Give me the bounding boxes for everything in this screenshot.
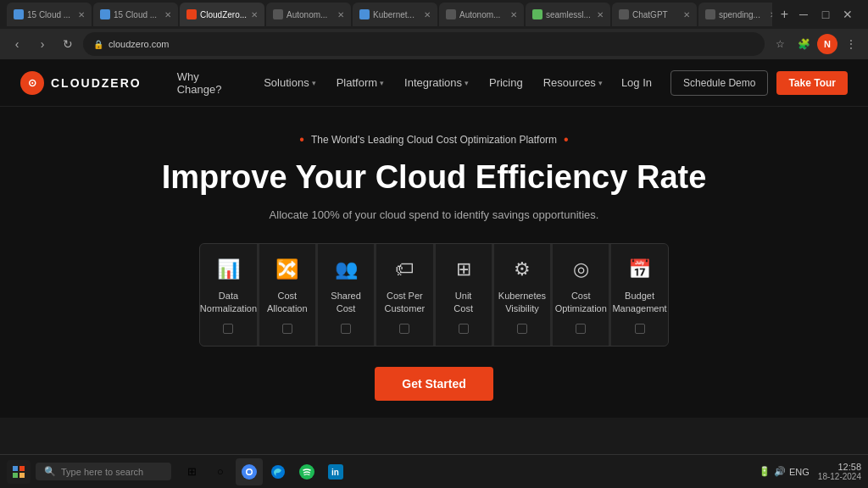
browser-controls: ‹ › ↻ 🔒 cloudzero.com ☆ 🧩 N ⋮ <box>0 29 868 59</box>
address-bar[interactable]: 🔒 cloudzero.com <box>83 32 765 56</box>
taskbar-search[interactable]: 🔍 Type here to search <box>36 463 171 480</box>
nav-resources[interactable]: Resources▾ <box>535 71 611 94</box>
nav-integrations[interactable]: Integrations▾ <box>396 71 477 94</box>
browser-chrome: 15 Cloud ... ✕ 15 Cloud ... ✕ CloudZero.… <box>0 0 868 59</box>
feature-item-k8s-visibility[interactable]: ⚙ KubernetesVisibility <box>494 244 551 347</box>
nav-why-change[interactable]: Why Change? <box>169 65 252 101</box>
tab-close-icon[interactable]: ✕ <box>597 10 604 19</box>
cortana-icon[interactable]: ○ <box>207 458 234 485</box>
feature-item-cost-alloc[interactable]: 🔀 CostAllocation <box>259 244 316 347</box>
reload-button[interactable]: ↻ <box>58 34 78 54</box>
linkedin-taskbar-icon[interactable]: in <box>322 458 349 485</box>
feature-checkbox-cost-alloc[interactable] <box>282 324 292 334</box>
schedule-demo-button[interactable]: Schedule Demo <box>670 70 768 96</box>
tab-favicon <box>273 9 283 19</box>
take-tour-button[interactable]: Take Tour <box>776 71 848 95</box>
tab-close-icon[interactable]: ✕ <box>78 10 85 19</box>
hero-section: • The World's Leading Cloud Cost Optimiz… <box>0 107 868 418</box>
svg-text:in: in <box>331 468 339 477</box>
taskbar-right: 🔋 🔊 ENG 12:58 18-12-2024 <box>759 462 861 481</box>
browser-tab-t4[interactable]: Autonom... ✕ <box>266 3 351 26</box>
browser-tab-t2[interactable]: 15 Cloud ... ✕ <box>93 3 178 26</box>
feature-label-budget-mgmt: BudgetManagement <box>612 290 666 316</box>
login-button[interactable]: Log In <box>611 71 662 94</box>
tab-close-icon[interactable]: ✕ <box>251 10 258 19</box>
browser-tab-t3[interactable]: CloudZero... ✕ <box>180 3 264 26</box>
tab-close-icon[interactable]: ✕ <box>424 10 431 19</box>
nav-platform[interactable]: Platform▾ <box>328 71 392 94</box>
feature-item-data-norm[interactable]: 📊 DataNormalization <box>200 244 257 347</box>
maximize-button[interactable]: □ <box>815 4 836 25</box>
feature-label-cost-alloc: CostAllocation <box>267 290 308 316</box>
new-tab-button[interactable]: + <box>777 7 792 22</box>
hero-tag: • The World's Leading Cloud Cost Optimiz… <box>299 132 568 147</box>
star-button[interactable]: ☆ <box>770 34 790 54</box>
tab-title: spending... <box>719 10 760 19</box>
feature-checkbox-unit-cost[interactable] <box>459 324 469 334</box>
chrome-taskbar-icon[interactable] <box>236 458 263 485</box>
tab-close-icon[interactable]: ✕ <box>337 10 344 19</box>
tab-close-icon[interactable]: ✕ <box>683 10 690 19</box>
browser-tab-t5[interactable]: Kubernet... ✕ <box>353 3 437 26</box>
feature-checkbox-k8s-visibility[interactable] <box>517 324 527 334</box>
site-content: ⊙ CLOUDZERO Why Change? Solutions▾ Platf… <box>0 59 868 418</box>
clock-date: 18-12-2024 <box>818 472 861 481</box>
feature-icon-unit-cost: ⊞ <box>456 258 471 281</box>
feature-checkbox-budget-mgmt[interactable] <box>635 324 645 334</box>
profile-button[interactable]: N <box>817 34 837 54</box>
tab-title: Autonom... <box>287 10 327 19</box>
logo: ⊙ CLOUDZERO <box>20 71 142 95</box>
feature-checkbox-shared-cost[interactable] <box>341 324 351 334</box>
back-button[interactable]: ‹ <box>7 34 27 54</box>
browser-actions: ☆ 🧩 N ⋮ <box>770 34 861 54</box>
feature-item-cost-per-customer[interactable]: 🏷 Cost PerCustomer <box>376 244 433 347</box>
dot-left: • <box>299 132 304 147</box>
nav-pricing[interactable]: Pricing <box>481 71 531 94</box>
feature-icon-budget-mgmt: 📅 <box>628 258 651 281</box>
chevron-down-icon: ▾ <box>312 79 316 87</box>
features-grid: 📊 DataNormalization 🔀 CostAllocation 👥 S… <box>199 243 668 347</box>
edge-taskbar-icon[interactable] <box>264 458 292 485</box>
extensions-button[interactable]: 🧩 <box>793 34 814 54</box>
tab-title: Autonom... <box>459 10 500 19</box>
tab-title: seamlessl... <box>546 10 591 19</box>
tab-close-icon[interactable]: ✕ <box>510 10 517 19</box>
tab-favicon <box>619 9 629 19</box>
task-view-icon[interactable]: ⊞ <box>178 458 205 485</box>
nav-solutions[interactable]: Solutions▾ <box>255 71 324 94</box>
forward-button[interactable]: › <box>32 34 53 54</box>
feature-item-cost-opt[interactable]: ◎ CostOptimization <box>553 244 609 347</box>
close-button[interactable]: ✕ <box>837 4 858 25</box>
get-started-button[interactable]: Get Started <box>375 367 492 401</box>
tab-close-icon[interactable]: ✕ <box>770 10 772 19</box>
feature-label-unit-cost: UnitCost <box>453 290 473 316</box>
browser-tab-t9[interactable]: spending... ✕ <box>698 3 772 26</box>
browser-tab-t1[interactable]: 15 Cloud ... ✕ <box>7 3 92 26</box>
feature-item-unit-cost[interactable]: ⊞ UnitCost <box>436 244 492 347</box>
tab-close-icon[interactable]: ✕ <box>164 10 171 19</box>
feature-label-k8s-visibility: KubernetesVisibility <box>498 290 546 316</box>
browser-tab-t7[interactable]: seamlessl... ✕ <box>526 3 610 26</box>
feature-checkbox-data-norm[interactable] <box>223 324 233 334</box>
logo-icon: ⊙ <box>20 71 44 95</box>
chevron-down-icon: ▾ <box>465 79 469 87</box>
tab-favicon <box>359 9 370 19</box>
menu-button[interactable]: ⋮ <box>841 34 861 54</box>
feature-item-budget-mgmt[interactable]: 📅 BudgetManagement <box>611 244 667 347</box>
browser-tab-t8[interactable]: ChatGPT ✕ <box>612 3 697 26</box>
minimize-button[interactable]: ─ <box>793 4 814 25</box>
feature-icon-k8s-visibility: ⚙ <box>514 258 531 281</box>
feature-icon-shared-cost: 👥 <box>335 258 358 281</box>
feature-checkbox-cost-per-customer[interactable] <box>399 324 409 334</box>
windows-start-button[interactable] <box>7 460 31 484</box>
feature-label-data-norm: DataNormalization <box>200 290 257 316</box>
svg-rect-1 <box>19 466 25 471</box>
tab-favicon <box>100 9 110 19</box>
spotify-taskbar-icon[interactable] <box>293 458 320 485</box>
browser-tab-t6[interactable]: Autonom... ✕ <box>439 3 524 26</box>
feature-label-cost-opt: CostOptimization <box>555 290 607 316</box>
svg-rect-3 <box>19 473 25 478</box>
feature-checkbox-cost-opt[interactable] <box>576 324 586 334</box>
feature-icon-cost-opt: ◎ <box>573 258 589 281</box>
feature-item-shared-cost[interactable]: 👥 SharedCost <box>318 244 375 347</box>
